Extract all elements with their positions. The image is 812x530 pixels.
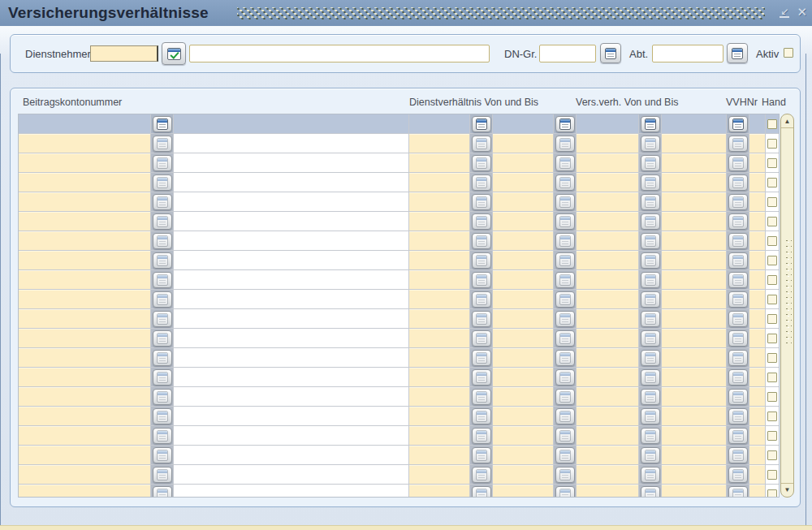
versverh-bis-field[interactable]	[662, 368, 727, 387]
lov-button[interactable]	[728, 194, 748, 210]
versverh-von-field[interactable]	[577, 231, 639, 251]
beitragskontonummer-field[interactable]	[19, 446, 151, 465]
lov-button[interactable]	[153, 155, 172, 171]
beitragskonto-description-field[interactable]	[174, 192, 409, 212]
table-scrollbar[interactable]: ▲ ▼	[780, 114, 794, 498]
vvhnr-field[interactable]	[749, 426, 766, 446]
dienstverhaeltnis-bis-field[interactable]	[493, 446, 554, 465]
lov-button[interactable]	[641, 291, 660, 308]
versverh-von-field[interactable]	[577, 387, 639, 407]
lov-button[interactable]	[641, 428, 660, 444]
lov-button[interactable]	[555, 311, 575, 327]
lov-button[interactable]	[555, 350, 575, 366]
versverh-bis-field[interactable]	[662, 173, 727, 192]
vvhnr-field[interactable]	[749, 114, 766, 134]
lov-button[interactable]	[472, 155, 491, 171]
lov-button[interactable]	[728, 233, 748, 249]
dienstverhaeltnis-bis-field[interactable]	[493, 134, 554, 153]
beitragskontonummer-field[interactable]	[19, 290, 151, 309]
table-row[interactable]	[19, 173, 779, 192]
dienstverhaeltnis-von-field[interactable]	[409, 153, 470, 173]
beitragskontonummer-field[interactable]	[19, 426, 151, 446]
beitragskonto-description-field[interactable]	[174, 114, 409, 134]
hand-checkbox[interactable]	[767, 236, 777, 246]
lov-button[interactable]	[728, 369, 748, 386]
aktiv-checkbox[interactable]	[784, 48, 793, 58]
beitragskonto-description-field[interactable]	[174, 348, 409, 368]
lov-button[interactable]	[728, 272, 748, 288]
table-row[interactable]	[19, 485, 779, 498]
lov-button[interactable]	[153, 116, 172, 132]
versverh-von-field[interactable]	[577, 368, 639, 387]
lov-button[interactable]	[472, 252, 491, 269]
lov-button[interactable]	[555, 233, 575, 249]
lov-button[interactable]	[153, 486, 172, 498]
hand-checkbox[interactable]	[767, 353, 777, 363]
dienstverhaeltnis-von-field[interactable]	[409, 192, 470, 212]
table-row[interactable]	[19, 231, 779, 251]
versverh-von-field[interactable]	[577, 426, 639, 446]
versverh-bis-field[interactable]	[662, 309, 727, 329]
lov-button[interactable]	[472, 467, 491, 483]
vvhnr-field[interactable]	[749, 348, 766, 368]
versverh-bis-field[interactable]	[662, 251, 727, 270]
lov-button[interactable]	[153, 369, 172, 386]
beitragskontonummer-field[interactable]	[19, 465, 151, 485]
lov-button[interactable]	[153, 311, 172, 327]
lov-button[interactable]	[472, 428, 491, 444]
dienstverhaeltnis-bis-field[interactable]	[493, 192, 554, 212]
lov-button[interactable]	[555, 213, 575, 230]
dienstverhaeltnis-bis-field[interactable]	[493, 485, 554, 498]
lov-button[interactable]	[641, 369, 660, 386]
beitragskonto-description-field[interactable]	[174, 212, 409, 231]
hand-checkbox[interactable]	[767, 373, 777, 382]
vvhnr-field[interactable]	[749, 231, 766, 251]
vvhnr-field[interactable]	[749, 368, 766, 387]
hand-checkbox[interactable]	[767, 178, 777, 187]
beitragskonto-description-field[interactable]	[174, 251, 409, 270]
table-row[interactable]	[19, 407, 779, 426]
beitragskontonummer-field[interactable]	[19, 387, 151, 407]
table-row[interactable]	[19, 387, 779, 407]
hand-checkbox[interactable]	[767, 450, 777, 460]
versverh-bis-field[interactable]	[662, 426, 727, 446]
beitragskontonummer-field[interactable]	[19, 270, 151, 290]
lov-button[interactable]	[472, 233, 491, 249]
lov-button[interactable]	[153, 136, 172, 152]
dienstverhaeltnis-bis-field[interactable]	[493, 153, 554, 173]
lov-button[interactable]	[728, 291, 748, 308]
scroll-down-button[interactable]: ▼	[781, 483, 793, 496]
close-window-icon[interactable]: ✕	[797, 6, 807, 18]
lov-button[interactable]	[728, 408, 748, 424]
dienstverhaeltnis-von-field[interactable]	[409, 270, 470, 290]
scroll-up-button[interactable]: ▲	[781, 115, 793, 128]
versverh-von-field[interactable]	[577, 446, 639, 465]
dienstverhaeltnis-bis-field[interactable]	[493, 290, 554, 309]
table-row[interactable]	[19, 290, 779, 309]
dienstverhaeltnis-bis-field[interactable]	[493, 251, 554, 270]
beitragskontonummer-field[interactable]	[19, 212, 151, 231]
table-row[interactable]	[19, 192, 779, 212]
lov-button[interactable]	[153, 428, 172, 444]
vvhnr-field[interactable]	[749, 387, 766, 407]
dienstverhaeltnis-bis-field[interactable]	[493, 368, 554, 387]
lov-button[interactable]	[472, 272, 491, 288]
dienstverhaeltnis-bis-field[interactable]	[493, 309, 554, 329]
table-row[interactable]	[19, 251, 779, 270]
lov-button[interactable]	[641, 389, 660, 405]
vvhnr-field[interactable]	[749, 465, 766, 485]
versverh-von-field[interactable]	[577, 290, 639, 309]
dienstnehmer-input[interactable]	[90, 45, 158, 62]
lov-button[interactable]	[472, 194, 491, 210]
beitragskonto-description-field[interactable]	[174, 153, 409, 173]
versverh-von-field[interactable]	[577, 485, 639, 498]
beitragskonto-description-field[interactable]	[174, 329, 409, 348]
versverh-von-field[interactable]	[577, 212, 639, 231]
lov-button[interactable]	[641, 136, 660, 152]
lov-button[interactable]	[728, 428, 748, 444]
lov-button[interactable]	[472, 311, 491, 327]
lov-button[interactable]	[728, 330, 748, 347]
dn-gr-input[interactable]	[539, 45, 596, 62]
hand-checkbox[interactable]	[767, 470, 777, 480]
vvhnr-field[interactable]	[749, 309, 766, 329]
